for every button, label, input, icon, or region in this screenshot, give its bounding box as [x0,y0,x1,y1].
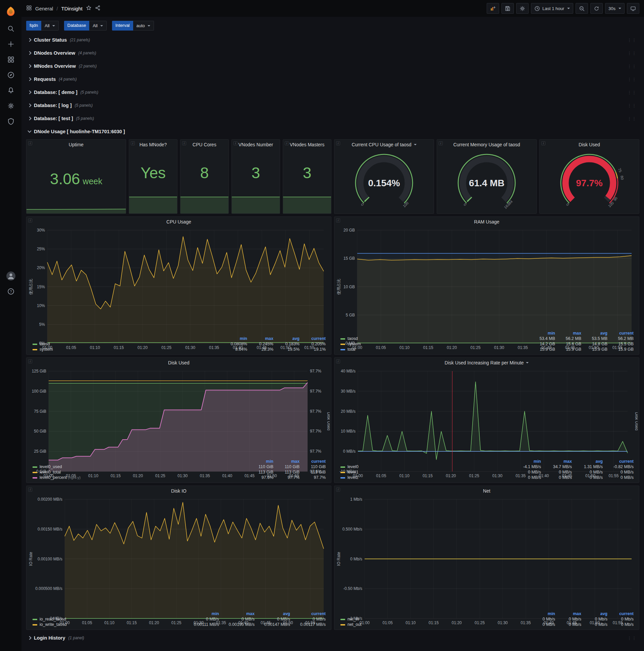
zoom-out-button[interactable] [576,3,588,14]
legend-series-label[interactable]: level2 [339,475,512,480]
chevron-down-icon [567,8,570,9]
row-drag-handle[interactable]: ⋮⋮ [627,64,637,69]
svg-text:15 GB: 15 GB [344,256,355,261]
row-database-test[interactable]: Database: [ test ] (5 panels) ⋮⋮ [26,113,639,124]
refresh-button[interactable] [590,3,603,14]
svg-text:97.7%: 97.7% [310,449,321,454]
dashboards-icon[interactable] [0,52,22,67]
panel-title-vnodes-masters[interactable]: i VNodes Masters [283,140,331,150]
panel-info-icon[interactable]: i [285,141,289,145]
panel-title-disk-rate[interactable]: i Disk Used Increasing Rate per Minute [334,358,639,368]
panel-title-has-mnode[interactable]: i Has MNode? [129,140,177,150]
net-chart[interactable]: -1 Mb/s-0.50 Mb/s0 Mb/s0.500 Mb/s1 Mb/s0… [336,496,638,610]
row-drag-handle[interactable]: ⋮⋮ [627,77,637,82]
admin-shield-icon[interactable] [0,114,22,129]
grafana-logo[interactable] [0,2,22,21]
variable-fqdn-select[interactable]: All [41,21,58,31]
legend-series-label[interactable]: net_in [339,616,530,622]
row-dnode-usage[interactable]: DNode Usage [ huolinhe-TM1701:6030 ] [26,126,639,137]
legend-column-header: current [291,611,327,616]
alerting-bell-icon[interactable] [0,83,22,98]
user-avatar[interactable] [6,272,15,281]
row-dnodes-overview[interactable]: DNodes Overview (4 panels) ⋮⋮ [26,48,639,58]
legend-color-swatch [341,466,345,468]
panel-info-icon[interactable]: i [336,218,340,222]
panel-info-icon[interactable]: i [182,141,186,145]
add-panel-button[interactable] [487,3,499,14]
panel-title-uptime[interactable]: i Uptime [27,140,126,150]
row-drag-handle[interactable]: ⋮⋮ [627,90,637,95]
panel-info-icon[interactable]: i [131,141,135,145]
row-cluster-status[interactable]: Cluster Status (21 panels) ⋮⋮ [26,35,639,45]
time-range-picker[interactable]: Last 1 hour [531,3,573,14]
row-drag-handle[interactable]: ⋮⋮ [627,636,637,641]
legend-series-label[interactable]: taosd [339,336,530,341]
panel-title-memory-gauge[interactable]: i Current Memory Usage of taosd [437,140,536,150]
panel-info-icon[interactable]: i [28,488,32,492]
panel-info-icon[interactable]: i [336,488,340,492]
row-drag-handle[interactable]: ⋮⋮ [627,51,637,56]
ram-usage-chart[interactable]: 0 MB5 GB10 GB15 GB20 GB01:0001:0501:1001… [336,227,638,330]
panel-title-vnodes-number[interactable]: i VNodes Number [232,140,280,150]
row-database-demo[interactable]: Database: [ demo ] (5 panels) ⋮⋮ [26,87,639,98]
disk-io-chart[interactable]: 0 MB/s0.000500 MB/s0.00100 MB/s0.00150 M… [28,496,330,610]
panel-info-icon[interactable]: i [28,360,32,364]
legend-value: 15.5 GB [609,341,635,347]
panel-info-icon[interactable]: i [541,141,545,145]
row-mnodes-overview[interactable]: MNodes Overview (2 panels) ⋮⋮ [26,61,639,71]
svg-text:Disk Used: Disk Used [326,412,330,431]
legend-series-label[interactable]: io_read_taosd [31,616,185,622]
legend-series-label[interactable]: net_out [339,622,530,627]
panel-title-disk-io[interactable]: i Disk IO [27,486,331,496]
panel-title-net[interactable]: i Net [334,486,639,496]
dashboard-settings-button[interactable] [516,3,528,14]
panel-info-icon[interactable]: i [439,141,443,145]
row-drag-handle[interactable]: ⋮⋮ [627,116,637,121]
legend-series-label[interactable]: level0_percent (right-y) [31,475,249,480]
chevron-right-icon [28,117,31,120]
legend-series-label[interactable]: level0 [339,464,512,469]
variable-interval-select[interactable]: auto [133,21,154,31]
panel-info-icon[interactable]: i [28,218,32,222]
legend-series-label[interactable]: total [339,347,530,352]
help-icon[interactable]: ? [0,284,22,299]
row-drag-handle[interactable]: ⋮⋮ [627,103,637,108]
row-login-history[interactable]: Login History (1 panel) ⋮⋮ [26,632,639,643]
panel-title-cpu-usage[interactable]: i CPU Usage [27,217,331,227]
legend-series-label[interactable]: level0_total [31,469,249,475]
svg-text:95: 95 [612,196,618,202]
cycle-view-tv-button[interactable] [627,3,639,14]
panel-title-disk-used[interactable]: i Disk Used [27,358,331,368]
search-icon[interactable] [0,21,22,36]
legend-series-label[interactable]: taosd [31,341,222,347]
cpu-usage-chart[interactable]: 0%5%10%15%20%25%30%01:0001:0501:1001:150… [28,227,330,335]
panel-title-disk-gauge[interactable]: i Disk Used [540,140,639,150]
disk-used-chart[interactable]: 0 GiB97.6%25 GiB97.7%50 GiB97.7%75 GiB97… [28,368,330,458]
legend-series-label[interactable]: level0_used [31,464,249,469]
panel-info-icon[interactable]: i [28,141,32,145]
save-dashboard-button[interactable] [502,3,514,14]
star-icon[interactable] [86,5,92,12]
panel-info-icon[interactable]: i [336,141,340,145]
panel-title-cpu-cores[interactable]: i CPU Cores [181,140,228,150]
panel-info-icon[interactable]: i [336,360,340,364]
refresh-interval-select[interactable]: 30s [605,3,624,14]
breadcrumb-title[interactable]: TDinsight [61,6,83,11]
breadcrumb-section[interactable]: General [35,6,53,11]
legend-series-label[interactable]: level1 [339,469,512,475]
variable-database-select[interactable]: All [89,21,106,31]
legend-series-label[interactable]: io_write_taosd [31,622,185,627]
panel-title-cpu-gauge[interactable]: i Current CPU Usage of taosd [334,140,434,150]
row-drag-handle[interactable]: ⋮⋮ [627,38,637,42]
row-requests[interactable]: Requests (4 panels) ⋮⋮ [26,74,639,85]
row-database-log[interactable]: Database: [ log ] (5 panels) ⋮⋮ [26,100,639,111]
configuration-gear-icon[interactable] [0,98,22,114]
disk-rate-chart[interactable]: -10 MB/s0 MB/s10 MB/s20 MB/s30 MB/s40 MB… [336,368,638,458]
share-icon[interactable] [95,5,101,12]
panel-info-icon[interactable]: i [233,141,237,145]
create-plus-icon[interactable] [0,36,22,52]
legend-series-label[interactable]: system [339,341,530,347]
legend-series-label[interactable]: system [31,347,222,352]
panel-title-ram-usage[interactable]: i RAM Usage [334,217,639,227]
explore-compass-icon[interactable] [0,67,22,83]
